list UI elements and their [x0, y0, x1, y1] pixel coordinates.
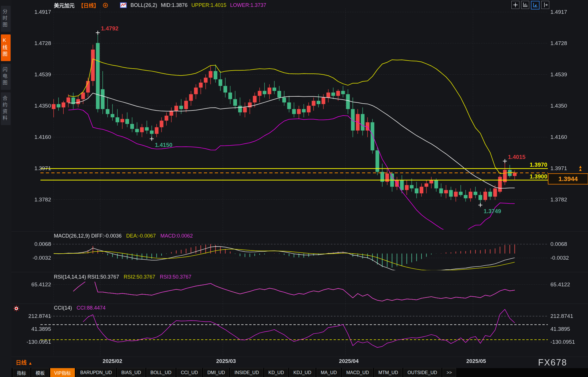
rsi2-value: RSI2:50.3767: [124, 274, 155, 280]
chart-toolbar: [511, 1, 549, 9]
indicator-tabbar: 指标模板VIP指标BARUPDN_UDBIAS_UDBOLL_UDCCI_UDD…: [11, 368, 588, 377]
macd-value: MACD:0.0062: [160, 233, 193, 239]
macd-axis-label-left: 0.0068: [11, 241, 51, 247]
price-axis-label-right: 1.4917: [550, 9, 567, 15]
line-chart-icon[interactable]: [531, 1, 540, 9]
tab-CCI_UD[interactable]: CCI_UD: [177, 368, 202, 377]
chevron-up-icon: ▲: [28, 361, 32, 366]
x-axis-month-label: 2025/04: [339, 358, 359, 364]
tab-DMI_UD[interactable]: DMI_UD: [203, 368, 229, 377]
rsi-name: RSI(14,14,14): [54, 274, 86, 280]
live-dot-icon: [13, 305, 20, 313]
price-axis-label-right: 1.4728: [550, 40, 567, 46]
macd-diff-value: DIFF:-0.0036: [91, 233, 122, 239]
macd-dea-value: DEA:-0.0067: [126, 233, 156, 239]
tab-INSIDE_UD[interactable]: INSIDE_UD: [230, 368, 263, 377]
cci-name: CCI(14): [54, 305, 72, 311]
sidebar-item-闪电图[interactable]: 闪电图: [1, 64, 11, 90]
tab-BOLL_UD[interactable]: BOLL_UD: [147, 368, 176, 377]
boll-mid-value: MID:1.3876: [161, 2, 188, 8]
price-up-arrows-icon: ▲▲: [578, 165, 583, 171]
boll-upper-value: UPPER:1.4015: [191, 2, 226, 8]
tab-KDJ_UD[interactable]: KDJ_UD: [289, 368, 315, 377]
sidebar-item-K线图[interactable]: K线图: [1, 34, 11, 61]
boll-lower-value: LOWER:1.3737: [230, 2, 266, 8]
cci-axis-label-left: -130.0951: [11, 339, 51, 345]
price-axis-label-right: 1.4160: [550, 134, 567, 140]
price-axis-label-left: 1.4917: [11, 9, 51, 15]
chart-canvas[interactable]: [0, 0, 588, 377]
x-axis-month-label: 2025/05: [466, 358, 486, 364]
macd-axis-label-right: 0.0068: [550, 241, 567, 247]
rsi1-value: RSI1:50.3767: [87, 274, 119, 280]
cci-axis-label-right: 41.3895: [550, 326, 570, 332]
sidebar: 分时图K线图闪电图合约资料: [0, 0, 11, 377]
tab-MA_UD[interactable]: MA_UD: [317, 368, 341, 377]
chart-header: 美元加元 【日线】 BOLL(26,2) MID:1.3876 UPPER:1.…: [54, 1, 266, 9]
tab-VIP指标[interactable]: VIP指标: [50, 368, 75, 377]
tab-OUTSIDE_UD[interactable]: OUTSIDE_UD: [404, 368, 441, 377]
tab->>[interactable]: >>: [443, 368, 456, 377]
cci-axis-label-right: -130.0951: [550, 339, 575, 345]
pan-chart-icon[interactable]: [541, 1, 549, 9]
rsi3-value: RSI3:50.3767: [160, 274, 191, 280]
sidebar-item-合约资料[interactable]: 合约资料: [1, 92, 11, 125]
move-icon[interactable]: [511, 1, 519, 9]
tab-指标[interactable]: 指标: [13, 368, 30, 377]
macd-name: MACD(26,12,9): [54, 233, 90, 239]
price-marker-label: 1.4015: [508, 154, 525, 160]
current-price-value: 1.3944: [558, 175, 578, 183]
axis-chart-icon[interactable]: [521, 1, 529, 9]
rsi-axis-label-right: 65.4122: [550, 282, 570, 287]
price-axis-label-left: 1.3782: [11, 197, 51, 203]
cci-axis-label-right: 212.8741: [550, 313, 573, 319]
sidebar-item-分时图[interactable]: 分时图: [1, 6, 11, 32]
timeframe-label: 日线: [16, 360, 27, 366]
macd-header: MACD(26,12,9) DIFF:-0.0036 DEA:-0.0067 M…: [54, 233, 193, 239]
rsi-axis-label-left: 65.4122: [11, 282, 51, 287]
price-axis-label-right: 1.4350: [550, 103, 567, 109]
tab-KD_UD[interactable]: KD_UD: [264, 368, 288, 377]
x-axis-month-label: 2025/02: [103, 358, 122, 364]
tab-MTM_UD[interactable]: MTM_UD: [374, 368, 402, 377]
boll-name: BOLL(26,2): [131, 2, 157, 8]
macd-axis-label-right: -0.0032: [550, 255, 569, 261]
price-axis-label-right: 1.4539: [550, 72, 567, 77]
period-badge[interactable]: 【日线】: [78, 1, 99, 9]
cci-value: CCI:88.4474: [77, 305, 106, 311]
price-axis-label-left: 1.4539: [11, 72, 51, 77]
cci-axis-label-left: 212.8741: [11, 313, 51, 319]
price-marker-label: 1.4150: [155, 142, 172, 148]
rsi-header: RSI(14,14,14) RSI1:50.3767 RSI2:50.3767 …: [54, 274, 191, 280]
cci-axis-label-left: 41.3895: [11, 326, 51, 332]
symbol-title: 美元加元: [54, 1, 75, 9]
x-axis-month-label: 2025/03: [216, 358, 236, 364]
price-axis-label-left: 1.3971: [11, 166, 51, 171]
tab-模板[interactable]: 模板: [32, 368, 49, 377]
price-axis-label-right: 1.3782: [550, 197, 567, 203]
hline-price-label: 1.3900: [508, 173, 547, 180]
trading-app: 分时图K线图闪电图合约资料 美元加元 【日线】 BOLL(26,2) MID:1…: [0, 0, 588, 377]
watermark: FX678: [538, 357, 567, 368]
circle-plus-icon[interactable]: [103, 3, 108, 8]
cci-header: CCI(14) CCI:88.4474: [54, 305, 106, 311]
price-axis-label-right: 1.3971: [550, 166, 567, 171]
price-axis-label-left: 1.4350: [11, 103, 51, 109]
indicator-chart-icon[interactable]: [120, 2, 127, 8]
macd-axis-label-left: -0.0032: [11, 255, 51, 261]
hline-price-label: 1.3970: [508, 162, 547, 168]
price-axis-label-left: 1.4160: [11, 134, 51, 140]
price-marker-label: 1.4792: [101, 25, 118, 32]
tab-MACD_UD[interactable]: MACD_UD: [342, 368, 373, 377]
price-marker-label: 1.3749: [484, 208, 501, 215]
price-axis-label-left: 1.4728: [11, 40, 51, 46]
tab-BARUPDN_UD[interactable]: BARUPDN_UD: [76, 368, 116, 377]
tab-BIAS_UD[interactable]: BIAS_UD: [117, 368, 145, 377]
current-price-box: 1.3944: [548, 173, 588, 184]
timeframe-selector[interactable]: 日线 ▲: [16, 358, 32, 366]
